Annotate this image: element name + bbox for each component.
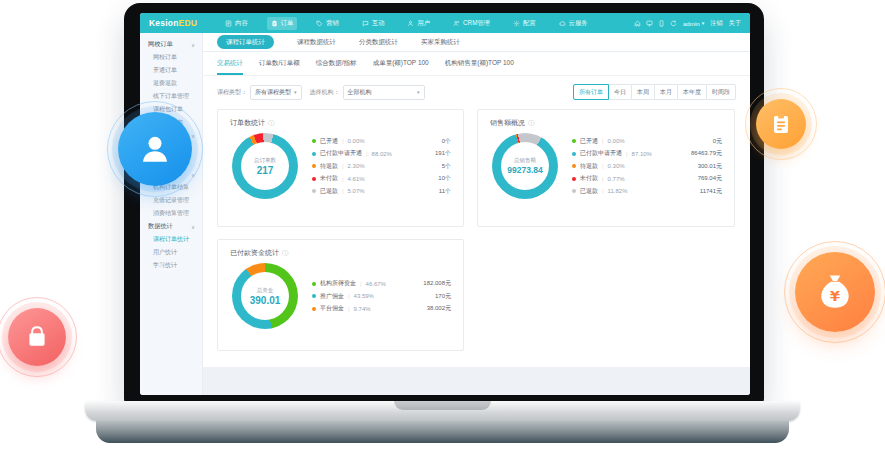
subtab-0[interactable]: 交易统计 [217, 59, 243, 75]
card-title-text: 销售额概况 [490, 118, 525, 128]
legend-value: 769.04元 [698, 174, 722, 183]
subtab-3[interactable]: 成单量(额)TOP 100 [373, 59, 429, 75]
order-count-card: 订单数统计 ⓘ 总订单数 217 [217, 109, 464, 227]
monitor-icon[interactable] [646, 20, 653, 27]
tabbar: 课程订单统计课程数据统计分类数据统计买家采购统计 [203, 33, 750, 52]
screen-body: 网校订单∨网校订单开通订单退费退款线下订单管理课程包订单开通课程包实物订单∨实物… [140, 33, 750, 395]
nav-item-gear[interactable]: 配置 [509, 17, 540, 30]
legend-label: 平台佣金 [320, 304, 344, 313]
app-logo[interactable]: KesionEDU [149, 18, 197, 28]
phone-icon[interactable] [658, 20, 665, 27]
tab-0[interactable]: 课程订单统计 [217, 35, 274, 49]
legend-label: 推广佣金 [320, 292, 344, 301]
legend-value: 0元 [713, 137, 722, 146]
card-title: 已付款资金统计 ⓘ [218, 240, 463, 260]
sidebar-item[interactable]: 退费退款 [140, 77, 202, 90]
user-icon [407, 20, 414, 27]
range-button-4[interactable]: 本年度 [677, 84, 707, 100]
sidebar-item[interactable]: 开通订单 [140, 64, 202, 77]
sidebar-item[interactable]: 课程订单统计 [140, 233, 202, 246]
legend-separator: | [602, 163, 604, 169]
nav-item-user[interactable]: 用户 [403, 17, 434, 30]
legend-percent: 4.61% [348, 176, 365, 182]
home-icon[interactable] [634, 20, 641, 27]
legend-dot [572, 152, 576, 156]
range-button-1[interactable]: 今日 [608, 84, 632, 100]
navbar-right: admin ▾ 注销 关于 [634, 19, 741, 28]
range-button-5[interactable]: 时间段 [706, 84, 736, 100]
legend-label: 已开通 [580, 137, 598, 146]
navbar-right-icons [634, 20, 677, 27]
logout-link[interactable]: 注销 [710, 19, 722, 28]
clipboard-icon [769, 112, 793, 136]
nav-item-marketing[interactable]: 营销 [312, 17, 343, 30]
card-title-text: 已付款资金统计 [230, 248, 279, 258]
range-button-2[interactable]: 本周 [631, 84, 655, 100]
order-icon [271, 20, 278, 27]
nav-item-content[interactable]: 内容 [221, 17, 252, 30]
tab-3[interactable]: 买家采购统计 [421, 38, 460, 47]
nav-item-order[interactable]: 订单 [267, 17, 298, 30]
legend-separator: | [360, 281, 362, 287]
chevron-down-icon: ▾ [417, 89, 420, 95]
cards-grid: 订单数统计 ⓘ 总订单数 217 [203, 105, 750, 367]
about-link[interactable]: 关于 [729, 19, 741, 28]
refresh-icon[interactable] [670, 20, 677, 27]
legend: 已开通|0.00%0个已付款申请开通|88.02%191个待退款|2.30%5个… [312, 135, 451, 198]
card-title: 销售额概况 ⓘ [478, 110, 734, 130]
crm-icon [453, 20, 460, 27]
legend-separator: | [602, 188, 604, 194]
tab-1[interactable]: 课程数据统计 [297, 38, 336, 47]
subtab-2[interactable]: 综合数据/指标 [316, 59, 357, 75]
nav-item-cloud[interactable]: 云服务 [555, 17, 592, 30]
card-title-text: 订单数统计 [230, 118, 265, 128]
org-value: 全部机构 [348, 88, 372, 97]
admin-menu[interactable]: admin ▾ [683, 20, 704, 27]
legend-row: 平台佣金|9.74%38.002元 [312, 302, 451, 315]
sidebar-section-header-0[interactable]: 网校订单∨ [140, 38, 202, 51]
range-button-0[interactable]: 所有订单 [573, 84, 609, 100]
legend-dot [312, 189, 316, 193]
sidebar-item[interactable]: 学习统计 [140, 259, 202, 272]
legend-row: 机构所得资金|46.67%182.008元 [312, 277, 451, 290]
legend-separator: | [602, 138, 604, 144]
sidebar-item[interactable]: 用户统计 [140, 246, 202, 259]
legend-percent: 88.02% [372, 151, 392, 157]
svg-text:¥: ¥ [830, 287, 841, 305]
legend-label: 未付款 [580, 174, 598, 183]
cloud-icon [559, 20, 566, 27]
legend-value: 191个 [435, 149, 451, 158]
range-button-3[interactable]: 本月 [654, 84, 678, 100]
org-select[interactable]: 全部机构 ▾ [343, 85, 425, 100]
clipboard-badge [756, 99, 806, 149]
sidebar-section-label: 网校订单 [148, 40, 173, 49]
legend-label: 已开通 [320, 137, 338, 146]
legend-value: 86463.79元 [691, 149, 722, 158]
info-icon[interactable]: ⓘ [282, 249, 289, 258]
legend-percent: 43.59% [354, 293, 374, 299]
legend-value: 10个 [438, 174, 451, 183]
course-type-label: 课程类型： [217, 88, 247, 97]
legend-separator: | [348, 306, 350, 312]
course-type-select[interactable]: 所有课程类型 ▾ [250, 85, 302, 100]
tab-2[interactable]: 分类数据统计 [359, 38, 398, 47]
legend-dot [572, 177, 576, 181]
sidebar-section-header-3[interactable]: 数据统计∨ [140, 220, 202, 233]
info-icon[interactable]: ⓘ [528, 119, 535, 128]
nav-item-interact[interactable]: 互动 [358, 17, 389, 30]
nav-item-label: 配置 [523, 19, 536, 28]
subtab-4[interactable]: 机构销售量(额)TOP 100 [445, 59, 514, 75]
nav-item-label: 互动 [372, 19, 385, 28]
info-icon[interactable]: ⓘ [268, 119, 275, 128]
sidebar-item[interactable]: 消费结算管理 [140, 207, 202, 220]
sidebar-item[interactable]: 网校订单 [140, 51, 202, 64]
legend-label: 已退款 [320, 187, 338, 196]
nav-item-crm[interactable]: CRM管理 [449, 17, 494, 30]
sales-amount-card: 销售额概况 ⓘ 总销售额 99273.84 [477, 109, 735, 227]
legend-percent: 87.10% [632, 151, 652, 157]
subtab-1[interactable]: 订单数/订单额 [259, 59, 300, 75]
nav-item-label: 订单 [281, 19, 294, 28]
legend-row: 未付款|4.61%10个 [312, 172, 451, 185]
legend-label: 已付款申请开通 [320, 149, 362, 158]
legend-percent: 0.77% [608, 176, 625, 182]
